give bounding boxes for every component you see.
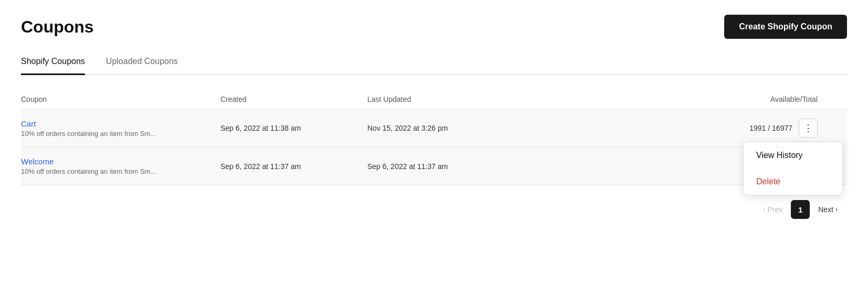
table-row: Welcome 10% off orders containing an ite… [21, 148, 847, 185]
coupon-name-welcome[interactable]: Welcome [21, 157, 220, 166]
coupon-created-cart: Sep 6, 2022 at 11:38 am [220, 124, 367, 132]
coupon-available-total-cart: 1991 / 16977 [749, 124, 792, 132]
coupon-available-cell-cart: 1991 / 16977 ⋮ [514, 119, 847, 138]
coupon-cell-cart: Cart 10% off orders containing an item f… [21, 119, 220, 138]
coupon-name-cart[interactable]: Cart [21, 119, 220, 128]
chevron-left-icon: ‹ [763, 206, 765, 213]
coupon-created-welcome: Sep 6, 2022 at 11:37 am [220, 162, 367, 171]
coupon-description-cart: 10% off orders containing an item from S… [21, 130, 220, 138]
tabs: Shopify Coupons Uploaded Coupons [21, 51, 847, 75]
column-header-last-updated: Last Updated [367, 95, 514, 103]
pagination-next-button[interactable]: Next › [813, 202, 843, 217]
coupon-cell-welcome: Welcome 10% off orders containing an ite… [21, 157, 220, 175]
coupon-last-updated-cart: Nov 15, 2022 at 3:26 pm [367, 124, 514, 132]
delete-menu-item[interactable]: Delete [744, 169, 842, 195]
create-shopify-coupon-button[interactable]: Create Shopify Coupon [724, 15, 847, 39]
page-header: Coupons Create Shopify Coupon [21, 15, 847, 39]
table-header: Coupon Created Last Updated Available/To… [21, 90, 847, 109]
page-title: Coupons [21, 17, 94, 37]
chevron-right-icon: › [835, 206, 838, 213]
prev-label: Prev [767, 205, 782, 214]
dropdown-menu: View History Delete [743, 142, 843, 195]
table-row: Cart 10% off orders containing an item f… [21, 109, 847, 148]
column-header-created: Created [220, 95, 367, 103]
coupons-table: Coupon Created Last Updated Available/To… [21, 90, 847, 185]
pagination-prev-button[interactable]: ‹ Prev [758, 202, 788, 217]
tab-uploaded-coupons[interactable]: Uploaded Coupons [106, 51, 178, 75]
pagination-current-page[interactable]: 1 [791, 200, 810, 219]
pagination: ‹ Prev 1 Next › [21, 185, 847, 219]
view-history-menu-item[interactable]: View History [744, 142, 842, 169]
tab-shopify-coupons[interactable]: Shopify Coupons [21, 51, 85, 75]
coupon-last-updated-welcome: Sep 6, 2022 at 11:37 am [367, 162, 514, 171]
next-label: Next [818, 205, 833, 214]
kebab-menu-button-cart[interactable]: ⋮ [799, 119, 818, 138]
column-header-coupon: Coupon [21, 95, 220, 103]
coupon-description-welcome: 10% off orders containing an item from S… [21, 167, 220, 175]
column-header-available-total: Available/Total [514, 95, 847, 103]
